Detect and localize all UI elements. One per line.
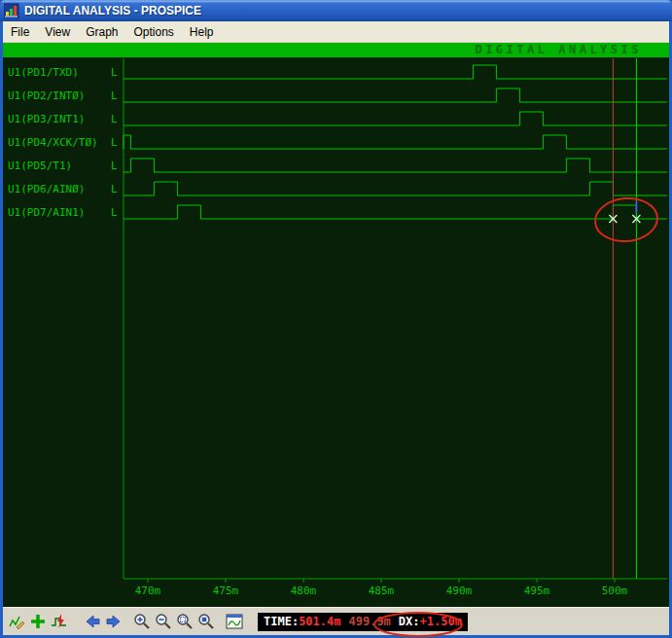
zoom-out-button[interactable] <box>154 612 173 631</box>
zoom-full-icon <box>197 613 215 630</box>
window-title: DIGITAL ANALYSIS - PROSPICE <box>24 4 201 18</box>
graph-title-bar: DIGITAL ANALYSIS <box>3 43 669 57</box>
simulate-graph-button[interactable] <box>50 612 69 631</box>
menu-bar: File View Graph Options Help <box>3 21 669 43</box>
arrow-right-icon <box>105 613 123 630</box>
edit-graph-button[interactable] <box>7 612 26 631</box>
dx-value: +1.50m <box>420 615 462 628</box>
zoom-in-button[interactable] <box>132 612 152 631</box>
dx-label: DX: <box>399 615 420 628</box>
conformance-graph-button[interactable] <box>225 612 244 631</box>
zoom-out-icon <box>155 613 172 630</box>
plot-area[interactable] <box>3 57 669 607</box>
menu-graph[interactable]: Graph <box>78 22 125 42</box>
cursor-readout-panel: TIME:501.4m499.9mDX:+1.50m <box>258 613 468 631</box>
zoom-region-button[interactable] <box>175 612 195 631</box>
active-cursor-time: 501.4m <box>299 615 340 628</box>
app-window: 470m475m480m485m490m495m500mU1(PD1/TXD)L… <box>0 0 672 638</box>
app-icon[interactable] <box>4 3 19 18</box>
reference-cursor-time: 499.9m <box>348 615 390 628</box>
time-label: TIME: <box>264 615 299 628</box>
arrow-left-icon <box>84 613 101 630</box>
menu-file[interactable]: File <box>3 22 37 42</box>
title-bar[interactable]: DIGITAL ANALYSIS - PROSPICE <box>0 0 672 21</box>
add-trace-button[interactable] <box>28 612 48 631</box>
menu-options[interactable]: Options <box>126 22 182 42</box>
window-border-left <box>0 21 3 635</box>
simulate-graph-icon <box>51 613 68 630</box>
pan-left-button[interactable] <box>83 612 102 631</box>
edit-graph-icon <box>8 613 25 630</box>
bottom-toolbar: TIME:501.4m499.9mDX:+1.50m <box>3 607 669 635</box>
zoom-full-button[interactable] <box>196 612 216 631</box>
pan-right-button[interactable] <box>104 612 124 631</box>
zoom-region-icon <box>176 613 194 630</box>
menu-view[interactable]: View <box>37 22 78 42</box>
add-trace-icon <box>29 613 47 630</box>
zoom-in-icon <box>133 613 151 630</box>
menu-help[interactable]: Help <box>182 22 222 42</box>
graph-window-icon <box>226 613 243 630</box>
